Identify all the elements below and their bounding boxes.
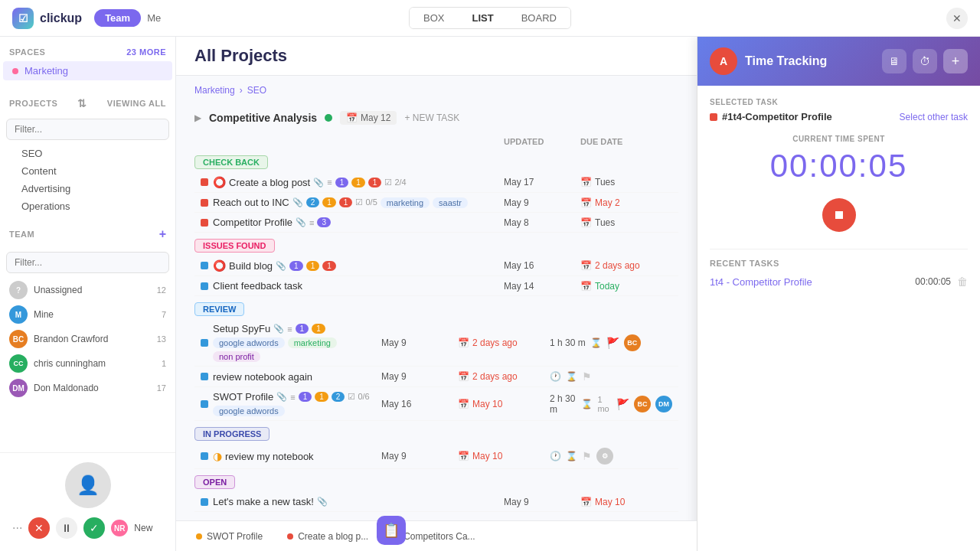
fab-button[interactable]: 📋 (377, 516, 406, 545)
bottom-bar: SWOT Profile Create a blog p... Competit… (176, 520, 697, 551)
spaces-header: SPACES 23 more (0, 43, 175, 61)
project-filter-input[interactable] (6, 119, 169, 140)
clip-icon: 📎 (313, 178, 324, 187)
tab-board[interactable]: BOARD (508, 8, 570, 28)
priority-icon (201, 373, 208, 380)
recent-task-name[interactable]: 1t4 - Competitor Profile (710, 276, 812, 288)
bottom-task-name-competitors: Competitors Ca... (403, 531, 475, 542)
due-date: 📅 May 10 (458, 399, 550, 409)
avatar-don: DM (9, 379, 28, 397)
avatar-unassigned: ? (9, 281, 28, 299)
logo-area: ☑ clickup (12, 8, 82, 29)
task-row: ⭕ Create a blog post 📎 ≡ 1 1 1 ☑ 2/4 May… (194, 172, 678, 193)
stop-timer-button[interactable]: ⏹ (822, 198, 856, 232)
timer-display: CURRENT TIME SPENT 00:00:05 ⏹ (710, 135, 968, 240)
marketing-dot (12, 68, 18, 74)
priority-icon (201, 282, 208, 290)
cancel-active-task-btn[interactable]: ✕ (28, 517, 50, 539)
avatar-chris: CC (9, 354, 28, 373)
due-date: 📅 Tues (580, 177, 672, 187)
recent-task-time: 00:00:05 (915, 276, 951, 287)
task-avatar: BC (624, 334, 641, 351)
bottom-dot-blog (287, 533, 293, 540)
avatar-mine: M (9, 305, 28, 324)
selected-task-row: #1t4-Competitor Profile Select other tas… (710, 111, 968, 122)
delete-recent-task-icon[interactable]: 🗑 (957, 276, 968, 288)
tab-box[interactable]: BOX (410, 8, 458, 28)
complete-btn[interactable]: ✓ (83, 517, 105, 539)
projects-section: PROJECTS ⇅ Viewing All SEO Content Adver… (0, 86, 175, 221)
due-date: 📅 Today (580, 281, 672, 292)
bottom-dot-swot (196, 533, 202, 540)
sidebar-item-advertising[interactable]: Advertising (0, 180, 175, 197)
member-unassigned[interactable]: ? Unassigned 12 (0, 278, 175, 302)
updated-date: May 9 (381, 451, 458, 461)
more-options-icon[interactable]: ··· (12, 521, 22, 535)
member-brandon[interactable]: BC Brandon Crawford 13 (0, 327, 175, 351)
updated-date: May 14 (504, 281, 580, 292)
sort-icon[interactable]: ⇅ (77, 97, 87, 109)
breadcrumb-seo[interactable]: SEO (247, 85, 266, 96)
team-filter-input[interactable] (6, 252, 169, 273)
clip-icon: 📎 (292, 197, 303, 207)
list-icon: ≡ (327, 178, 332, 187)
member-mine[interactable]: M Mine 7 (0, 302, 175, 327)
close-button[interactable]: ✕ (946, 8, 968, 29)
member-don[interactable]: DM Don Maldonado 17 (0, 376, 175, 400)
due-date: 📅 May 10 (458, 451, 550, 461)
task-avatar-1: BC (634, 396, 651, 412)
in-progress-circle-icon: ◑ (213, 450, 222, 462)
sidebar-item-marketing[interactable]: Marketing (3, 61, 172, 80)
breadcrumb: Marketing › SEO (194, 85, 266, 96)
task-row: Reach out to INC 📎 2 1 1 ☑ 0/5 marketing… (194, 193, 678, 213)
member-chris[interactable]: CC chris cunningham 1 (0, 351, 175, 376)
clip-icon: 📎 (276, 261, 286, 271)
flag-icon: 🚩 (616, 398, 629, 410)
breadcrumb-marketing[interactable]: Marketing (194, 85, 235, 96)
tracking-timer-icon-btn[interactable]: ⏱ (913, 49, 937, 73)
tracking-monitor-icon-btn[interactable]: 🖥 (882, 49, 906, 73)
sidebar-item-operations[interactable]: Operations (0, 197, 175, 215)
updated-date: May 8 (504, 217, 580, 228)
bottom-task-swot[interactable]: SWOT Profile (188, 528, 270, 545)
add-team-button[interactable]: + (159, 227, 166, 241)
status-circle-icon: ⭕ (213, 176, 226, 188)
list-icon: ≡ (309, 218, 314, 227)
section-badge-check-back: CHECK BACK (194, 155, 268, 169)
pause-btn[interactable]: ⏸ (56, 517, 77, 539)
project-name-row: ▶ Competitive Analysis 📅 May 12 + NEW TA… (194, 111, 678, 125)
new-task-button[interactable]: + NEW TASK (404, 112, 459, 123)
col-due-date: DUE DATE (580, 137, 672, 146)
member-count-mine: 7 (162, 310, 166, 319)
team-button[interactable]: Team (94, 9, 141, 27)
tracking-add-btn[interactable]: + (943, 49, 968, 73)
sidebar-bottom-actions: ··· ✕ ⏸ ✓ NR New (6, 514, 169, 542)
priority-icon (201, 199, 208, 207)
updated-date: May 16 (381, 399, 458, 409)
priority-icon (201, 339, 208, 347)
more-spaces[interactable]: 23 more (126, 47, 166, 57)
priority-icon (201, 219, 208, 227)
section-badge-issues: ISSUES FOUND (194, 239, 275, 253)
sidebar-item-content[interactable]: Content (0, 162, 175, 180)
avatar-brandon: BC (9, 330, 28, 348)
tracking-body: SELECTED TASK #1t4-Competitor Profile Se… (697, 86, 980, 551)
sidebar-item-seo[interactable]: SEO (0, 145, 175, 162)
bottom-task-blog[interactable]: Create a blog p... (279, 528, 376, 545)
team-section-header: TEAM + (0, 221, 175, 247)
task-row: Client feedback task May 14 📅 Today (194, 276, 678, 296)
me-button[interactable]: Me (147, 12, 161, 24)
member-count-don: 17 (157, 383, 166, 393)
updated-date: May 9 (381, 337, 458, 348)
spaces-section: SPACES 23 more Marketing (0, 37, 175, 86)
member-name-mine: Mine (34, 309, 155, 320)
member-count-unassigned: 12 (157, 285, 166, 295)
member-count-chris: 1 (162, 359, 166, 368)
tab-list[interactable]: LIST (459, 8, 508, 28)
due-date: 📅 2 days ago (458, 371, 550, 382)
expand-icon[interactable]: ▶ (194, 112, 201, 123)
member-name-brandon: Brandon Crawford (34, 334, 151, 344)
select-other-task-link[interactable]: Select other task (900, 112, 968, 122)
project-date-badge[interactable]: 📅 May 12 (340, 111, 397, 125)
member-name-chris: chris cunningham (34, 358, 155, 369)
